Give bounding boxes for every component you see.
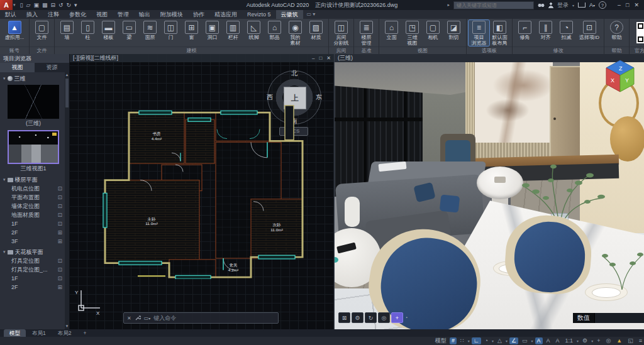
viewport-close-button[interactable]: ✕ <box>326 55 331 61</box>
settings-button[interactable]: ⚙ <box>352 312 364 323</box>
material-button[interactable]: ▨材质 <box>306 20 326 40</box>
object-snap-toggle[interactable]: ▭ <box>520 337 530 344</box>
tab-add-layout[interactable]: + <box>77 329 92 337</box>
compass-east[interactable]: 东 <box>316 93 322 102</box>
scrollbar-thumb[interactable] <box>65 79 69 107</box>
tree-item-mep-plan[interactable]: 机电点位图⊡ <box>3 184 64 193</box>
viewport-3d-label[interactable]: (三维) <box>338 55 353 61</box>
column-button[interactable]: ▯柱 <box>77 20 98 40</box>
collapse-caret-icon[interactable]: ▾ <box>3 177 6 182</box>
thumbnail-3d-view1-selected[interactable] <box>8 130 59 164</box>
search-icon[interactable] <box>538 3 545 8</box>
component-button[interactable]: ⌂部品 <box>264 20 285 40</box>
compass-west[interactable]: 西 <box>267 93 273 102</box>
help-icon[interactable]: ? <box>599 1 606 9</box>
open-view-icon[interactable]: ⊡ <box>57 266 62 273</box>
tab-manage[interactable]: 管理 <box>113 10 134 19</box>
project-browser-button[interactable]: ≡项目 浏览器 <box>469 20 489 46</box>
user-icon[interactable] <box>548 3 553 8</box>
camera-button[interactable]: ▢相机 <box>423 20 443 40</box>
floor-manager-button[interactable]: ≣ 楼层 管理 <box>356 20 377 46</box>
annotation-visibility-toggle[interactable]: A <box>535 337 543 344</box>
tab-annotate[interactable]: 注释 <box>43 10 64 19</box>
snap-mode-toggle[interactable]: ∷ <box>458 337 466 344</box>
wall-button[interactable]: ▤墙 <box>57 20 77 40</box>
tab-insert[interactable]: 插入 <box>21 10 43 19</box>
tab-model[interactable]: 模型 <box>4 329 26 337</box>
open-view-icon[interactable]: ⊡ <box>57 212 62 218</box>
tab-layout1[interactable]: 布局1 <box>26 329 52 337</box>
recent-commands-icon[interactable]: ▭▾ <box>144 315 151 321</box>
beam-button[interactable]: ▭梁 <box>119 20 140 40</box>
osnap-caret-icon[interactable]: ▾ <box>531 339 533 343</box>
command-input[interactable]: 键入命令 <box>153 314 176 322</box>
save-icon[interactable]: ▣ <box>33 0 39 10</box>
app-store-cart-icon[interactable] <box>578 3 586 8</box>
qat-more-icon[interactable]: ▾ <box>74 0 77 10</box>
tab-revizto[interactable]: Revizto 5 <box>242 10 276 19</box>
compass-north[interactable]: 北 <box>291 69 297 78</box>
virtual-user-button[interactable]: ▲ 虚拟用... <box>2 20 27 40</box>
tree-group-ceiling-plans[interactable]: ▾ 天花板平面 <box>3 248 64 256</box>
tab-yunhuizhu-active[interactable]: 云徽筑 <box>276 10 303 19</box>
tab-collaborate[interactable]: 协作 <box>188 10 209 19</box>
customization-menu-button[interactable]: ≡ <box>637 337 644 344</box>
tree-item-1f[interactable]: 1F⊡ <box>3 219 64 228</box>
zoom-extents-button[interactable]: ⊠ <box>338 312 350 323</box>
polar-caret-icon[interactable]: ▾ <box>492 339 494 343</box>
workspace-caret-icon[interactable]: ▾ <box>591 339 593 343</box>
viewport-2d[interactable]: [-][俯视][二维线框] – □ ✕ 上 北 南 西 东 WCS <box>70 54 335 329</box>
new-icon[interactable]: ▯ <box>20 0 23 10</box>
tree-item-ceiling-2f[interactable]: 2F⊞ <box>3 283 64 292</box>
tree-item-light-plan-2[interactable]: 灯具定位图_...⊡ <box>3 265 64 274</box>
tab-default[interactable]: 默认 <box>0 10 21 19</box>
open-view-icon[interactable]: ⊡ <box>57 185 62 192</box>
customize-wrench-icon[interactable] <box>135 315 141 321</box>
print-icon[interactable]: ⊟ <box>50 0 55 10</box>
autoscale-toggle[interactable]: A <box>545 337 552 344</box>
save-as-icon[interactable]: ▩ <box>42 0 48 10</box>
floor-plan-canvas[interactable]: 书房 4.4m² 主卧 11.0m² 次卧 11.0m² 玄关 4.2m² <box>100 104 308 279</box>
help-search-input[interactable] <box>453 1 534 9</box>
clean-screen-button[interactable]: ◱ <box>626 337 635 344</box>
window-button[interactable]: ⊞窗 <box>181 20 202 40</box>
project-browser-title[interactable]: 项目浏览器 <box>0 54 69 63</box>
elevation-button[interactable]: ⌂立面 <box>381 20 402 40</box>
isolate-objects-button[interactable]: ◎ <box>604 337 613 344</box>
tree-item-2f[interactable]: 2F⊞ <box>3 228 64 237</box>
close-button[interactable]: ✕ <box>634 2 639 8</box>
open-view-icon[interactable]: ⊡ <box>57 194 62 200</box>
undo-icon[interactable]: ↺ <box>58 0 64 10</box>
tree-group-3d[interactable]: ▾ 三维 <box>3 74 64 83</box>
snap-caret-icon[interactable]: ▾ <box>468 339 470 343</box>
open-view-icon[interactable]: ⊡ <box>57 203 62 209</box>
pan-button[interactable]: + <box>391 312 403 323</box>
default-panel-layout-button[interactable]: ◧默认面 板布局 <box>489 20 510 46</box>
file-button[interactable]: ▢ 文件 <box>31 20 52 40</box>
finish-layer-button[interactable]: ≋面层 <box>140 20 160 40</box>
scroll-up-icon[interactable]: ▲ <box>65 72 69 78</box>
railing-button[interactable]: ▥栏杆 <box>223 20 243 40</box>
threed-view-button[interactable]: ◳三维 视图 <box>402 20 423 46</box>
viewport-restore-button[interactable]: □ <box>319 55 322 61</box>
tab-resources[interactable]: 资源 <box>35 63 69 72</box>
tree-scrollbar[interactable]: ▲ ▼ <box>65 72 69 329</box>
axis-gizmo[interactable]: Z X Y <box>604 59 636 96</box>
tab-addins[interactable]: 附加模块 <box>155 10 188 19</box>
orbit-button[interactable]: ↻ <box>365 312 377 323</box>
tab-view[interactable]: 视图 <box>91 10 113 19</box>
autodesk-apps-icon[interactable]: A▾ <box>589 2 595 8</box>
collapse-caret-icon[interactable]: ▾ <box>3 76 6 81</box>
add-view-icon[interactable]: ⊞ <box>57 238 62 244</box>
autocad-logo-icon[interactable]: A <box>0 0 13 10</box>
door-button[interactable]: ◫门 <box>160 20 181 40</box>
viewport-minimize-button[interactable]: – <box>312 55 314 61</box>
annotation-scale-button[interactable]: A <box>554 337 562 344</box>
select-id-button[interactable]: ⊡选择项ID <box>577 20 602 40</box>
viewport-3d[interactable]: (三维) <box>335 54 644 329</box>
room-divider-button[interactable]: ◫ 房间 分割线 <box>331 20 352 46</box>
search-expand-icon[interactable]: ▸ <box>447 3 450 8</box>
tree-group-floor-plans[interactable]: ▾ 楼层平面 <box>3 175 64 184</box>
iso-caret-icon[interactable]: ▾ <box>506 339 508 343</box>
look-around-button[interactable]: ◎ <box>378 312 390 323</box>
